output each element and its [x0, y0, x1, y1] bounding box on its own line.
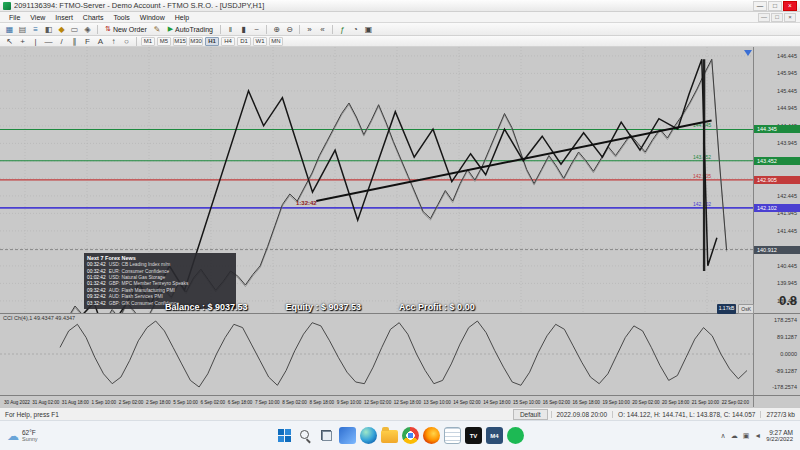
task-view-button[interactable]	[318, 427, 335, 444]
new-order-label: New Order	[113, 26, 147, 33]
price-scale-label: 144.945	[777, 105, 797, 111]
child-close-button[interactable]: ×	[784, 13, 796, 22]
account-overlay: Balance : $ 9037.53 Equity : $ 9037.53 A…	[165, 302, 475, 312]
zoom-out-icon[interactable]: ⊖	[283, 24, 296, 35]
trendline-tool-icon[interactable]: /	[55, 36, 68, 47]
maximize-button[interactable]: □	[768, 1, 782, 11]
menu-items: FileViewInsertChartsToolsWindowHelp	[4, 14, 194, 21]
widgets-button[interactable]	[339, 427, 356, 444]
metatrader-icon[interactable]: M4	[486, 427, 503, 444]
child-minimize-button[interactable]: —	[758, 13, 770, 22]
close-button[interactable]: ×	[783, 1, 797, 11]
zoom-in-icon[interactable]: ⊕	[270, 24, 283, 35]
crosshair-icon[interactable]: +	[16, 36, 29, 47]
profile-selector[interactable]: Default	[513, 409, 548, 420]
timeframe-w1-button[interactable]: W1	[253, 37, 267, 46]
weather-widget[interactable]: ☁ 62°F Sunny	[0, 429, 45, 442]
ea-button-2[interactable]: OsK	[738, 304, 754, 314]
menu-item-tools[interactable]: Tools	[108, 14, 134, 21]
status-ohlc: O: 144.122, H: 144.741, L: 143.878, C: 1…	[612, 411, 760, 418]
weather-condition: Sunny	[22, 436, 38, 442]
time-axis-label: 19 Sep 10:00	[602, 400, 629, 405]
screen: 2091136394: FTMO-Server - Demo Account -…	[0, 0, 800, 450]
chrome-icon[interactable]	[402, 427, 419, 444]
start-button[interactable]	[276, 427, 293, 444]
menu-item-window[interactable]: Window	[135, 14, 170, 21]
timeframe-m5-button[interactable]: M5	[157, 37, 171, 46]
firefox-icon[interactable]	[423, 427, 440, 444]
fibonacci-icon[interactable]: F	[81, 36, 94, 47]
toolbar-separator	[266, 25, 267, 34]
auto-scroll-icon[interactable]: »	[303, 24, 316, 35]
main-chart-row: 144.345143.452142.905142.1021:32:42 Next…	[0, 47, 800, 313]
timeframe-m1-button[interactable]: M1	[141, 37, 155, 46]
arrows-tool-icon[interactable]: ↑	[107, 36, 120, 47]
svg-text:142.102: 142.102	[693, 201, 711, 207]
tradingview-icon[interactable]: TV	[465, 427, 482, 444]
chart-candles-icon[interactable]: ▮	[237, 24, 250, 35]
cci-indicator-pane[interactable]: CCI Ch(4),1 49.4347 49.4347	[0, 313, 753, 395]
menu-bar: FileViewInsertChartsToolsWindowHelp —□×	[0, 12, 800, 23]
price-scale-label: 141.445	[777, 228, 797, 234]
svg-text:143.452: 143.452	[693, 154, 711, 160]
channel-icon[interactable]: ∥	[68, 36, 81, 47]
spotify-icon[interactable]	[507, 427, 524, 444]
file-explorer-icon[interactable]	[381, 430, 398, 443]
time-axis-label: 21 Sep 10:00	[692, 400, 719, 405]
child-restore-button[interactable]: □	[771, 13, 783, 22]
data-window-icon[interactable]: ◧	[42, 24, 55, 35]
notepad-icon[interactable]	[444, 427, 461, 444]
templates-icon[interactable]: ▣	[362, 24, 375, 35]
price-scale-label: 139.945	[777, 280, 797, 286]
navigator-icon[interactable]: ◆	[55, 24, 68, 35]
timeframe-h4-button[interactable]: H4	[221, 37, 235, 46]
edge-icon[interactable]	[360, 427, 377, 444]
time-axis[interactable]: 30 Aug 202231 Aug 02:0031 Aug 18:001 Sep…	[0, 396, 753, 407]
timeframe-m30-button[interactable]: M30	[189, 37, 203, 46]
new-chart-icon[interactable]: ▦	[3, 24, 16, 35]
autotrading-button[interactable]: ▶AutoTrading	[164, 24, 217, 35]
time-axis-label: 31 Aug 18:00	[62, 400, 89, 405]
time-axis-label: 12 Sep 02:00	[364, 400, 391, 405]
minimize-button[interactable]: —	[753, 1, 767, 11]
timeframe-h1-button[interactable]: H1	[205, 37, 219, 46]
cursor-icon[interactable]: ↖	[3, 36, 16, 47]
toolbar-separator	[136, 37, 137, 46]
cci-scale[interactable]: 178.257489.12870.0000-89.1287-178.2574	[753, 313, 800, 395]
terminal-icon[interactable]: ▭	[68, 24, 81, 35]
timeframe-mn-button[interactable]: MN	[269, 37, 283, 46]
tray-chevron-icon[interactable]: ∧	[721, 432, 726, 440]
new-order-button[interactable]: ⇅New Order	[101, 24, 151, 35]
price-scale[interactable]: 146.445145.945145.445144.945144.445143.9…	[753, 47, 800, 313]
ea-button-1[interactable]: 1.17kB	[717, 304, 737, 314]
metaeditor-icon[interactable]: ✎	[151, 24, 164, 35]
market-watch-icon[interactable]: ≡	[29, 24, 42, 35]
timeframe-m15-button[interactable]: M15	[173, 37, 187, 46]
indicators-icon[interactable]: ƒ	[336, 24, 349, 35]
chart-line-icon[interactable]: ~	[250, 24, 263, 35]
periods-icon[interactable]: ◔	[349, 24, 362, 35]
main-chart[interactable]: 144.345143.452142.905142.1021:32:42 Next…	[0, 47, 753, 313]
time-axis-label: 8 Sep 02:00	[282, 400, 307, 405]
horizontal-line-icon[interactable]: —	[42, 36, 55, 47]
menu-item-charts[interactable]: Charts	[78, 14, 109, 21]
vertical-line-icon[interactable]: |	[29, 36, 42, 47]
chart-shift-icon[interactable]: «	[316, 24, 329, 35]
menu-item-view[interactable]: View	[25, 14, 50, 21]
profiles-icon[interactable]: ▤	[16, 24, 29, 35]
tray-cloud-icon[interactable]: ☁	[731, 432, 738, 440]
shapes-icon[interactable]: ○	[120, 36, 133, 47]
menu-item-insert[interactable]: Insert	[50, 14, 78, 21]
balance-text: Balance : $ 9037.53	[165, 302, 248, 312]
search-button[interactable]	[297, 427, 314, 444]
timeframe-d1-button[interactable]: D1	[237, 37, 251, 46]
strategy-tester-icon[interactable]: ◈	[81, 24, 94, 35]
text-label-icon[interactable]: A	[94, 36, 107, 47]
tray-volume-icon[interactable]: ◄	[754, 432, 761, 439]
taskbar-clock[interactable]: 9:27 AM 9/22/2022	[766, 429, 793, 442]
tray-network-icon[interactable]: ▣	[743, 432, 750, 440]
menu-item-file[interactable]: File	[4, 14, 25, 21]
menu-item-help[interactable]: Help	[170, 14, 194, 21]
chart-bars-icon[interactable]: ‖	[224, 24, 237, 35]
current-price-tag: 140.912	[754, 246, 800, 254]
